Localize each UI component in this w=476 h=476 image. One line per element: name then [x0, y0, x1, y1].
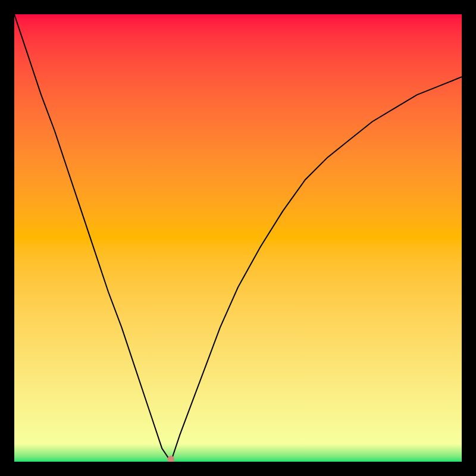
bottleneck-curve: [14, 14, 462, 462]
svg-point-0: [167, 456, 174, 462]
chart-area: [14, 14, 462, 462]
